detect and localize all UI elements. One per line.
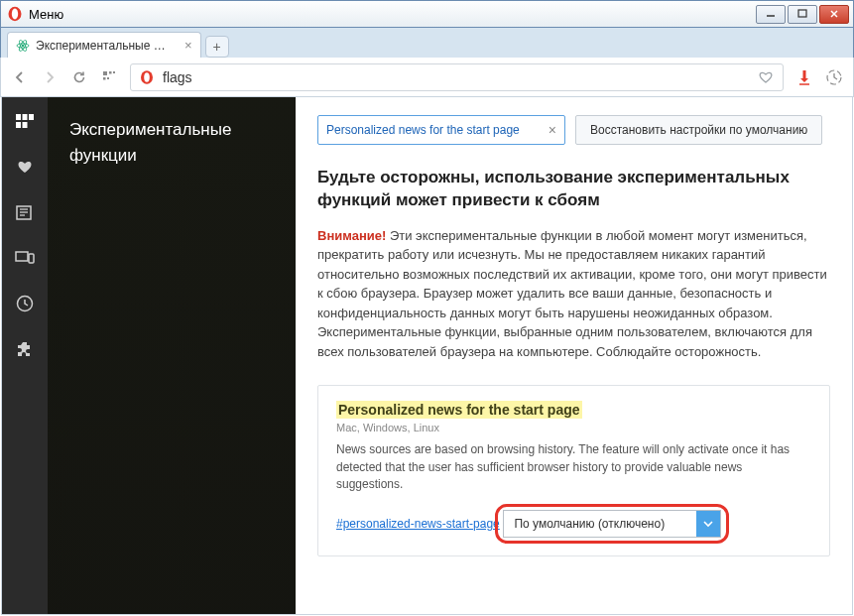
devices-tab-icon[interactable] (15, 248, 35, 268)
extensions-tab-icon[interactable] (15, 339, 35, 359)
flag-state-select[interactable]: По умолчанию (отключено) (503, 510, 721, 538)
reload-icon[interactable] (70, 68, 88, 86)
svg-rect-13 (103, 77, 106, 80)
left-sidebar (2, 97, 48, 614)
flag-title: Personalized news for the start page (336, 401, 582, 419)
browser-toolbar (0, 58, 854, 97)
flag-anchor-link[interactable]: #personalized-news-start-page (336, 517, 500, 531)
flag-platforms: Mac, Windows, Linux (336, 422, 811, 433)
tab-strip: Экспериментальные фун × + (0, 28, 854, 58)
speed-dial-tab-icon[interactable] (15, 111, 35, 131)
svg-point-16 (144, 72, 150, 82)
address-bar[interactable] (130, 63, 784, 91)
maximize-button[interactable] (788, 5, 817, 24)
flag-description: News sources are based on browsing histo… (336, 441, 811, 493)
svg-rect-22 (29, 114, 34, 120)
sync-icon[interactable] (825, 68, 843, 86)
svg-rect-20 (16, 114, 21, 120)
back-icon[interactable] (11, 68, 29, 86)
forward-icon[interactable] (41, 68, 59, 86)
atom-icon (16, 39, 30, 53)
close-button[interactable] (819, 5, 849, 24)
svg-point-6 (22, 44, 24, 46)
svg-point-1 (12, 9, 18, 20)
flag-search-box[interactable]: × (317, 115, 565, 145)
flag-select-wrap: По умолчанию (отключено) (503, 510, 721, 538)
warning-heading: Будьте осторожны, использование эксперим… (317, 167, 830, 212)
window-controls (756, 5, 849, 24)
warning-text: Внимание! Эти экспериментальные функции … (317, 226, 830, 362)
url-input[interactable] (163, 69, 749, 85)
restore-defaults-button[interactable]: Восстановить настройки по умолчанию (575, 115, 822, 145)
svg-rect-3 (798, 10, 806, 17)
svg-rect-12 (113, 71, 115, 73)
tab-flags[interactable]: Экспериментальные фун × (7, 32, 201, 58)
news-tab-icon[interactable] (15, 202, 35, 222)
flags-main: × Восстановить настройки по умолчанию Бу… (296, 97, 852, 614)
flag-search-input[interactable] (326, 123, 549, 137)
attention-label: Внимание! (317, 228, 386, 243)
flag-select-value: По умолчанию (отключено) (514, 517, 665, 531)
svg-rect-11 (109, 71, 112, 74)
svg-rect-14 (107, 77, 109, 79)
svg-rect-29 (16, 252, 28, 261)
tab-title: Экспериментальные фун (36, 39, 175, 53)
speed-dial-icon[interactable] (100, 68, 118, 86)
svg-rect-30 (29, 254, 34, 263)
download-icon[interactable] (795, 68, 813, 86)
new-tab-button[interactable]: + (205, 36, 229, 58)
window-titlebar: Меню (0, 0, 854, 28)
svg-rect-24 (23, 122, 28, 128)
page-heading: Экспериментальные функции (69, 117, 274, 168)
menu-label[interactable]: Меню (29, 7, 63, 22)
chevron-down-icon (696, 511, 720, 537)
history-tab-icon[interactable] (15, 294, 35, 313)
minimize-button[interactable] (756, 5, 786, 24)
opera-badge-icon (139, 69, 155, 85)
svg-rect-21 (23, 114, 28, 120)
page-content: Экспериментальные функции × Восстановить… (1, 97, 853, 615)
opera-logo-icon (7, 6, 23, 22)
tab-close-icon[interactable]: × (184, 38, 192, 53)
warning-body-text: Эти экспериментальные функции в любой мо… (317, 228, 827, 359)
flag-card: Personalized news for the start page Mac… (317, 385, 830, 555)
svg-rect-10 (103, 71, 107, 75)
search-row: × Восстановить настройки по умолчанию (317, 115, 830, 145)
page-title-panel: Экспериментальные функции (48, 97, 296, 614)
bookmarks-tab-icon[interactable] (15, 157, 35, 177)
bookmark-heart-icon[interactable] (757, 68, 775, 86)
clear-search-icon[interactable]: × (549, 122, 556, 138)
svg-rect-23 (16, 122, 21, 128)
